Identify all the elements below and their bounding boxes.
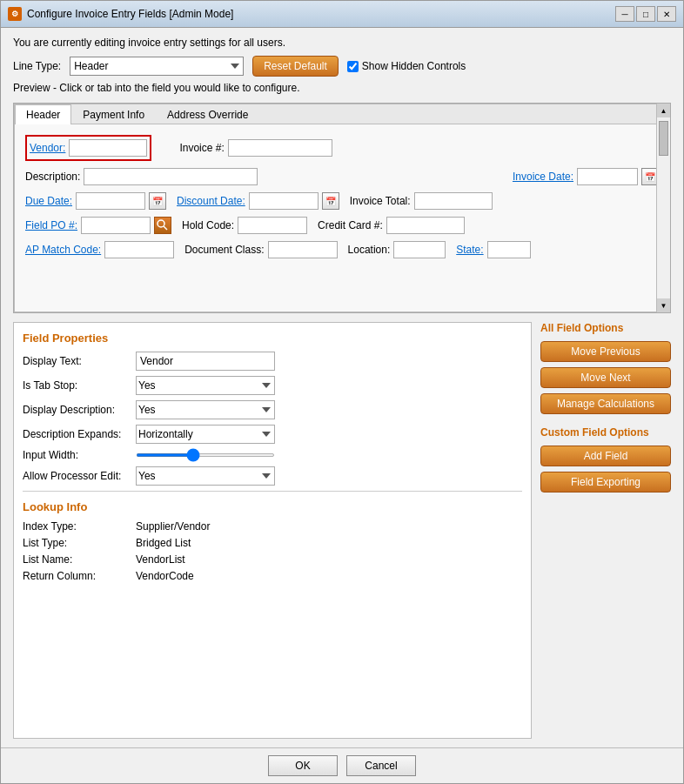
invoice-date-input[interactable] <box>577 168 638 185</box>
invoice-hash-input[interactable] <box>228 139 332 157</box>
input-width-label: Input Width: <box>23 449 136 461</box>
form-row-4: Field PO #: Hold Code: <box>25 217 659 234</box>
ap-match-input[interactable] <box>104 241 174 258</box>
main-content: You are currently editing invoice entry … <box>1 28 683 747</box>
description-field: Description: <box>25 168 258 185</box>
list-type-label: List Type: <box>23 537 136 549</box>
allow-processor-label: Allow Processor Edit: <box>23 470 136 482</box>
input-width-row: Input Width: <box>23 449 522 461</box>
document-class-input[interactable] <box>268 241 338 258</box>
invoice-hash-label: Invoice #: <box>179 142 224 154</box>
return-column-label: Return Column: <box>23 570 136 582</box>
field-po-label[interactable]: Field PO #: <box>25 219 77 231</box>
reset-default-button[interactable]: Reset Default <box>252 56 339 77</box>
close-button[interactable]: ✕ <box>657 6 676 22</box>
list-type-row: List Type: Bridged List <box>23 537 522 549</box>
cancel-button[interactable]: Cancel <box>346 755 416 776</box>
field-po-input[interactable] <box>81 217 151 234</box>
vendor-input[interactable] <box>69 139 147 157</box>
index-type-label: Index Type: <box>23 520 136 533</box>
description-expands-row: Description Expands: Horizontally Vertic… <box>23 425 522 444</box>
info-message: You are currently editing invoice entry … <box>13 37 671 49</box>
credit-card-input[interactable] <box>386 217 465 234</box>
ok-button[interactable]: OK <box>268 755 338 776</box>
discount-date-input[interactable] <box>249 192 319 210</box>
move-next-button[interactable]: Move Next <box>540 367 671 388</box>
tab-payment-info[interactable]: Payment Info <box>71 104 156 124</box>
description-expands-select[interactable]: Horizontally Vertically None <box>136 425 275 444</box>
location-input[interactable] <box>393 241 446 258</box>
bottom-section: Field Properties Display Text: Is Tab St… <box>13 322 671 739</box>
state-input[interactable] <box>487 241 531 258</box>
display-description-label: Display Description: <box>23 404 136 416</box>
right-panel: All Field Options Move Previous Move Nex… <box>540 322 671 739</box>
separator <box>23 491 522 492</box>
move-previous-button[interactable]: Move Previous <box>540 341 671 362</box>
invoice-total-label: Invoice Total: <box>350 195 411 207</box>
index-type-value: Supplier/Vendor <box>136 520 210 533</box>
form-row-1: Vendor: Invoice #: <box>25 135 659 161</box>
document-class-field: Document Class: <box>184 241 337 258</box>
scroll-up-button[interactable]: ▲ <box>657 104 670 117</box>
line-type-row: Line Type: Header Line Reset Default Sho… <box>13 56 671 77</box>
vendor-label[interactable]: Vendor: <box>30 142 65 154</box>
state-label[interactable]: State: <box>456 244 483 256</box>
invoice-date-field: Invoice Date: 📅 <box>513 168 659 185</box>
add-field-button[interactable]: Add Field <box>540 446 671 466</box>
field-properties-title: Field Properties <box>23 332 522 345</box>
display-text-label: Display Text: <box>23 355 136 367</box>
form-row-5: AP Match Code: Document Class: Location: <box>25 241 659 258</box>
preview-section: Header Payment Info Address Override Ven… <box>13 103 671 313</box>
show-hidden-checkbox[interactable] <box>347 61 359 72</box>
svg-point-0 <box>158 220 164 227</box>
input-width-slider-container <box>136 453 275 457</box>
display-description-row: Display Description: Yes No <box>23 400 522 419</box>
is-tab-stop-select[interactable]: Yes No <box>136 376 275 395</box>
allow-processor-row: Allow Processor Edit: Yes No <box>23 466 522 486</box>
vendor-selected-box: Vendor: <box>25 135 151 161</box>
window-title: Configure Invoice Entry Fields [Admin Mo… <box>27 8 233 20</box>
is-tab-stop-label: Is Tab Stop: <box>23 379 136 392</box>
return-column-value: VendorCode <box>136 570 194 582</box>
lookup-section: Lookup Info Index Type: Supplier/Vendor … <box>23 500 522 582</box>
display-description-select[interactable]: Yes No <box>136 400 275 419</box>
list-type-value: Bridged List <box>136 537 191 549</box>
tab-header[interactable]: Header <box>15 104 71 124</box>
display-text-input[interactable] <box>136 352 275 371</box>
return-column-row: Return Column: VendorCode <box>23 570 522 582</box>
hold-code-label: Hold Code: <box>182 219 234 231</box>
due-date-input[interactable] <box>76 192 145 210</box>
svg-line-1 <box>164 226 167 230</box>
all-field-options-title: All Field Options <box>540 322 671 334</box>
tab-address-override[interactable]: Address Override <box>156 104 259 124</box>
due-date-cal-button[interactable]: 📅 <box>149 192 166 210</box>
credit-card-field: Credit Card #: <box>318 217 465 234</box>
discount-date-cal-button[interactable]: 📅 <box>322 192 339 210</box>
input-width-slider[interactable] <box>136 453 275 457</box>
manage-calculations-button[interactable]: Manage Calculations <box>540 393 671 414</box>
title-controls: ─ □ ✕ <box>615 6 676 22</box>
line-type-dropdown[interactable]: Header Line <box>70 57 244 76</box>
list-name-row: List Name: VendorList <box>23 553 522 566</box>
scroll-down-button[interactable]: ▼ <box>657 298 670 312</box>
location-label: Location: <box>348 244 391 256</box>
index-type-row: Index Type: Supplier/Vendor <box>23 520 522 533</box>
field-exporting-button[interactable]: Field Exporting <box>540 472 671 493</box>
field-po-lookup-button[interactable] <box>154 217 171 234</box>
show-hidden-row: Show Hidden Controls <box>347 60 466 72</box>
ap-match-label[interactable]: AP Match Code: <box>25 244 101 256</box>
form-row-2: Description: Invoice Date: 📅 <box>25 168 659 185</box>
due-date-label[interactable]: Due Date: <box>25 195 72 207</box>
invoice-total-field: Invoice Total: <box>350 192 493 210</box>
invoice-date-label[interactable]: Invoice Date: <box>513 171 573 183</box>
description-input[interactable] <box>84 168 258 185</box>
hold-code-input[interactable] <box>238 217 307 234</box>
invoice-total-input[interactable] <box>414 192 493 210</box>
allow-processor-select[interactable]: Yes No <box>136 466 275 486</box>
discount-date-label[interactable]: Discount Date: <box>177 195 245 207</box>
form-row-3: Due Date: 📅 Discount Date: 📅 Invoice Tot <box>25 192 659 210</box>
list-name-label: List Name: <box>23 553 136 566</box>
maximize-button[interactable]: □ <box>636 6 655 22</box>
minimize-button[interactable]: ─ <box>615 6 634 22</box>
scrollbar-thumb[interactable] <box>659 121 668 156</box>
